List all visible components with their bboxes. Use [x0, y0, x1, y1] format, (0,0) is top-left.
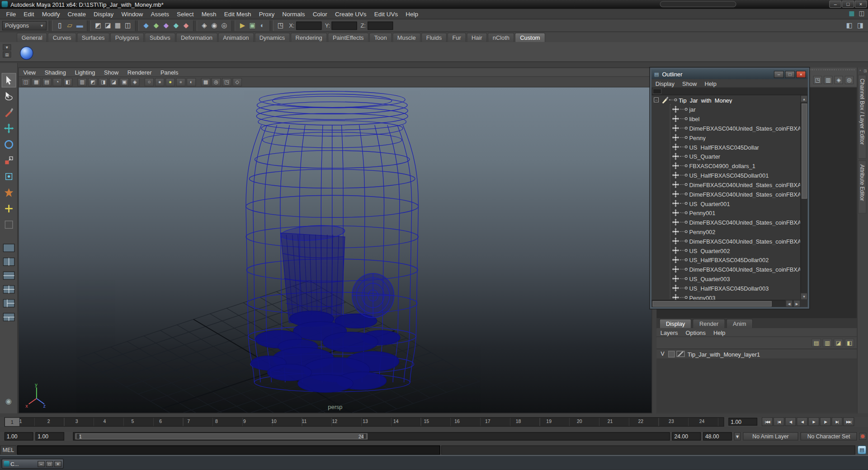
panel-menu-renderer[interactable]: Renderer [123, 69, 156, 75]
shelf-tab-toon[interactable]: Toon [369, 33, 392, 42]
menu-layer-help[interactable]: Help [709, 329, 729, 336]
outliner-node-row[interactable]: DimeFBXASC040United_States_coinFBXASC041 [651, 264, 800, 274]
field-chart-icon[interactable] [119, 78, 129, 86]
minimized-restore-icon[interactable] [46, 461, 53, 466]
playback-start-field[interactable]: 1.00 [35, 432, 64, 440]
select-component-icon[interactable] [113, 20, 123, 30]
outliner-node-row[interactable]: Penny003 [651, 293, 800, 300]
menu-normals[interactable]: Normals [278, 10, 309, 17]
render-settings-icon[interactable] [257, 20, 267, 30]
outliner-node-row[interactable]: US_HalfFBXASC045Dollar001 [651, 170, 800, 180]
layout-persp-outliner-button[interactable] [1, 311, 16, 323]
outliner-node-row[interactable]: Penny001 [651, 208, 800, 217]
layout-two-pane-stacked-button[interactable] [1, 269, 16, 282]
layout-three-pane-button[interactable] [1, 297, 16, 310]
group-divider[interactable] [87, 20, 91, 31]
outliner-vertical-scrollbar[interactable] [801, 95, 808, 300]
group-divider[interactable] [231, 20, 236, 31]
minimized-window-button[interactable]: C... [2, 459, 64, 469]
panel-menu-lighting[interactable]: Lighting [71, 69, 100, 75]
outliner-node-row[interactable]: US_HalfFBXASC045Dollar003 [651, 283, 800, 293]
shaded-mode-icon[interactable] [155, 78, 165, 86]
animation-end-field[interactable]: 48.00 [703, 432, 732, 440]
scroll-left-icon[interactable] [786, 300, 793, 307]
window-maximize-button[interactable] [842, 0, 854, 8]
menu-file[interactable]: File [2, 10, 20, 17]
menu-modify[interactable]: Modify [38, 10, 64, 17]
outliner-node-row[interactable]: Penny [651, 133, 800, 142]
panel-menu-shading[interactable]: Shading [40, 69, 71, 75]
safe-action-icon[interactable] [130, 78, 140, 86]
outliner-node-row[interactable]: US_HalfFBXASC045Dollar [651, 142, 800, 152]
menu-proxy[interactable]: Proxy [255, 10, 278, 17]
xray-icon[interactable] [212, 78, 221, 86]
menu-edit-mesh[interactable]: Edit Mesh [220, 10, 255, 17]
menu-set-selector[interactable]: Polygons [2, 21, 47, 30]
shelf-tab-curves[interactable]: Curves [48, 33, 76, 42]
outliner-node-row[interactable]: US_Quarter001 [651, 199, 800, 208]
horizontal-scroll-thumb[interactable] [653, 301, 772, 306]
universal-manipulator-tool[interactable] [1, 169, 16, 184]
tab-attribute-editor[interactable]: Attribute Editor [858, 160, 866, 214]
outliner-node-row[interactable]: US_Quarter003 [651, 274, 800, 283]
rotate-tool[interactable] [1, 137, 16, 152]
outliner-node-row[interactable]: libel [651, 114, 800, 123]
anim-layer-button[interactable]: No Anim Layer [743, 432, 798, 440]
outliner-node-row[interactable]: DimeFBXASC040United_States_coinFBXASC041 [651, 180, 800, 189]
speed-slow-icon[interactable] [813, 76, 822, 84]
play-forward-button[interactable]: ▶ [808, 417, 819, 426]
layout-icon[interactable] [858, 9, 866, 18]
outliner-filter-icon[interactable] [653, 89, 662, 94]
new-layer-icon[interactable] [845, 338, 854, 347]
outliner-node-row[interactable]: US_HalfFBXASC045Dollar002 [651, 255, 800, 264]
move-layer-icon[interactable] [811, 338, 821, 347]
soft-modification-tool[interactable] [1, 185, 16, 200]
layer-color-swatch[interactable] [676, 351, 684, 357]
step-back-frame-button[interactable]: |◀ [774, 417, 784, 426]
move-tool[interactable] [1, 121, 16, 136]
step-forward-frame-button[interactable]: ▶| [831, 417, 842, 426]
menu-display[interactable]: Display [90, 10, 118, 17]
outliner-titlebar[interactable]: Outliner [651, 69, 807, 79]
history-icon[interactable] [199, 20, 209, 30]
outliner-node-row[interactable]: Tip_Jar_with_Money [651, 95, 800, 105]
outliner-horizontal-scrollbar[interactable] [651, 300, 800, 307]
menu-select[interactable]: Select [173, 10, 198, 17]
tab-display-layers[interactable]: Display [659, 319, 692, 328]
new-scene-icon[interactable] [55, 20, 65, 30]
shelf-tab-polygons[interactable]: Polygons [110, 33, 144, 42]
step-forward-key-button[interactable]: |▶ [820, 417, 830, 426]
play-backward-button[interactable]: ◀ [797, 417, 807, 426]
custom-shelf-item-sphere[interactable] [20, 47, 33, 60]
tab-anim-layers[interactable]: Anim [726, 319, 753, 328]
go-to-end-button[interactable]: ▶▶| [843, 417, 854, 426]
show-attribute-editor-icon[interactable] [855, 20, 865, 30]
lasso-select-tool[interactable] [1, 89, 16, 103]
select-hierarchy-icon[interactable] [93, 20, 103, 30]
open-scene-icon[interactable] [65, 20, 75, 30]
command-input[interactable] [17, 446, 440, 455]
outliner-node-row[interactable]: US_Quarter [651, 152, 800, 161]
scroll-down-icon[interactable] [801, 293, 808, 300]
workspace-icon[interactable] [848, 9, 856, 18]
current-frame-indicator[interactable]: 1 [5, 418, 19, 426]
pane-collapse-icon[interactable] [858, 68, 863, 73]
ipr-render-icon[interactable] [247, 20, 257, 30]
menu-options[interactable]: Options [682, 329, 709, 336]
scroll-up-icon[interactable] [801, 95, 808, 103]
layer-row[interactable]: V Tip_Jar_with_Money_layer1 [656, 349, 857, 359]
outliner-menu-show[interactable]: Show [679, 80, 701, 87]
layer-playback-toggle[interactable] [668, 351, 675, 357]
shelf-tab-muscle[interactable]: Muscle [392, 33, 421, 42]
select-object-icon[interactable] [103, 20, 113, 30]
menu-assets[interactable]: Assets [147, 10, 173, 17]
command-language-button[interactable]: MEL [0, 446, 17, 455]
gate-mask-icon[interactable] [109, 78, 118, 86]
menu-create[interactable]: Create [64, 10, 90, 17]
bookmark-icon[interactable] [52, 78, 62, 86]
construction-plane-icon[interactable] [209, 20, 219, 30]
textured-mode-icon[interactable] [165, 78, 175, 86]
outliner-node-row[interactable]: FBXASC04900_dollars_1 [651, 161, 800, 170]
range-options-icon[interactable] [734, 432, 741, 440]
isolate-select-icon[interactable] [222, 78, 231, 86]
